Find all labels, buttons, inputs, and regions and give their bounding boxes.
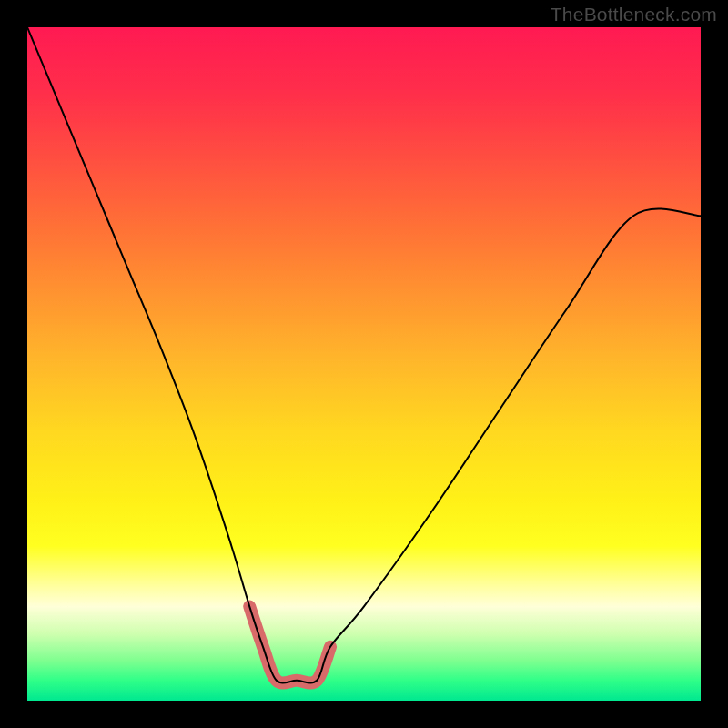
chart-svg xyxy=(27,27,701,701)
watermark-text: TheBottleneck.com xyxy=(551,4,717,25)
gradient-rect xyxy=(27,27,701,701)
chart-plot-area xyxy=(27,27,701,701)
